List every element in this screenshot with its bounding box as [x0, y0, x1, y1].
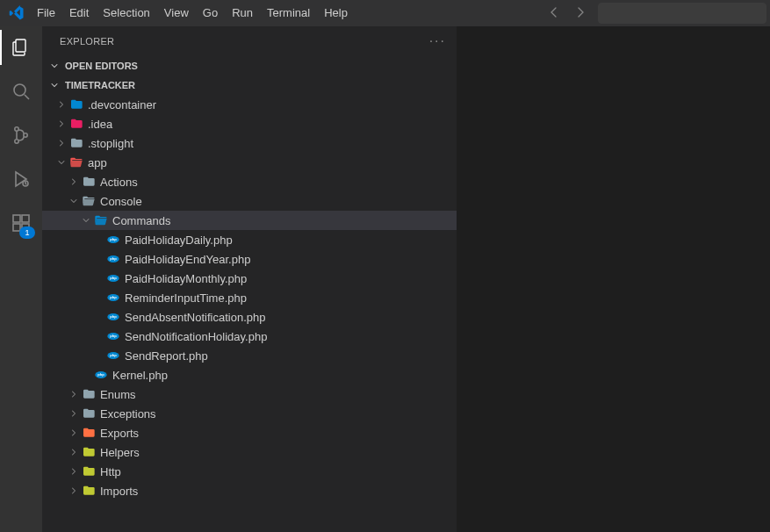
- tree-item-label: SendAbsentNotification.php: [125, 311, 265, 324]
- menu-item-file[interactable]: File: [30, 0, 62, 26]
- tree-item-label: Kernel.php: [112, 369, 168, 382]
- svg-text:php: php: [110, 256, 117, 261]
- chevron-down-icon[interactable]: [79, 213, 93, 227]
- menu-item-terminal[interactable]: Terminal: [260, 0, 317, 26]
- vscode-logo-icon: [4, 5, 30, 21]
- chevron-placeholder: [91, 291, 105, 305]
- menu-item-run[interactable]: Run: [225, 0, 260, 26]
- tree-item-label: Helpers: [100, 446, 140, 459]
- folder-icon: [68, 116, 84, 132]
- chevron-right-icon[interactable]: [54, 117, 68, 131]
- chevron-right-icon[interactable]: [54, 136, 68, 150]
- file-paidholidaymonthly-php[interactable]: phpPaidHolidayMonthly.php: [42, 269, 457, 288]
- tree-item-label: SendNotificationHoliday.php: [125, 330, 267, 343]
- folder--stoplight[interactable]: .stoplight: [42, 133, 457, 153]
- php-file-icon: php: [93, 367, 109, 383]
- folder-icon: [81, 406, 97, 421]
- command-center-search[interactable]: [598, 3, 766, 24]
- chevron-placeholder: [91, 349, 105, 363]
- folder-commands[interactable]: Commands: [42, 211, 457, 230]
- folder-icon: [81, 444, 97, 460]
- folder-console[interactable]: Console: [42, 191, 457, 211]
- tree-item-label: .devcontainer: [88, 98, 156, 111]
- file-reminderinputtime-php[interactable]: phpReminderInputTime.php: [42, 288, 457, 307]
- activity-search-icon[interactable]: [0, 77, 42, 105]
- folder-imports[interactable]: Imports: [42, 481, 457, 500]
- menu-item-edit[interactable]: Edit: [62, 0, 96, 26]
- file-sendreport-php[interactable]: phpSendReport.php: [42, 346, 457, 365]
- menu-item-help[interactable]: Help: [317, 0, 355, 26]
- folder-app[interactable]: app: [42, 153, 457, 172]
- svg-text:php: php: [110, 334, 117, 338]
- svg-text:php: php: [110, 314, 117, 319]
- nav-buttons: [547, 5, 587, 22]
- chevron-right-icon[interactable]: [67, 426, 81, 440]
- explorer-panel: EXPLORER ··· OPEN EDITORS TIMETRACKER .d…: [42, 26, 457, 532]
- tree-item-label: .idea: [88, 118, 112, 131]
- folder-icon: [81, 193, 97, 209]
- file-paidholidaydaily-php[interactable]: phpPaidHolidayDaily.php: [42, 230, 457, 249]
- tree-item-label: Exports: [100, 427, 139, 440]
- folder-actions[interactable]: Actions: [42, 172, 457, 191]
- tree-item-label: SendReport.php: [125, 349, 208, 363]
- svg-text:php: php: [110, 295, 117, 299]
- folder--idea[interactable]: .idea: [42, 114, 457, 133]
- php-file-icon: php: [105, 328, 121, 344]
- nav-forward-icon[interactable]: [573, 5, 587, 22]
- chevron-placeholder: [91, 233, 105, 247]
- tree-item-label: Commands: [112, 214, 170, 227]
- extensions-badge: 1: [19, 226, 35, 239]
- file-sendabsentnotification-php[interactable]: phpSendAbsentNotification.php: [42, 307, 457, 327]
- folder-icon: [81, 483, 97, 499]
- folder-helpers[interactable]: Helpers: [42, 442, 457, 462]
- chevron-right-icon[interactable]: [67, 175, 81, 189]
- tree-item-label: Console: [100, 195, 142, 208]
- chevron-right-icon[interactable]: [67, 387, 81, 401]
- project-label: TIMETRACKER: [65, 80, 135, 90]
- folder-http[interactable]: Http: [42, 462, 457, 481]
- chevron-down-icon[interactable]: [67, 194, 81, 208]
- chevron-right-icon[interactable]: [67, 484, 81, 498]
- tree-item-label: ReminderInputTime.php: [125, 291, 247, 305]
- folder-icon: [81, 386, 97, 402]
- menu-item-view[interactable]: View: [157, 0, 196, 26]
- project-section[interactable]: TIMETRACKER: [42, 75, 457, 95]
- menu-item-go[interactable]: Go: [196, 0, 225, 26]
- php-file-icon: php: [105, 251, 121, 267]
- svg-point-4: [15, 140, 18, 143]
- svg-text:php: php: [110, 276, 117, 280]
- activity-extensions-icon[interactable]: 1: [0, 209, 42, 237]
- file-paidholidayendyear-php[interactable]: phpPaidHolidayEndYear.php: [42, 249, 457, 269]
- explorer-more-icon[interactable]: ···: [429, 33, 446, 49]
- chevron-placeholder: [91, 329, 105, 343]
- editor-area: [457, 26, 770, 532]
- file-kernel-php[interactable]: phpKernel.php: [42, 365, 457, 385]
- svg-rect-0: [16, 40, 25, 52]
- php-file-icon: php: [105, 290, 121, 306]
- file-tree: .devcontainer.idea.stoplightappActionsCo…: [42, 95, 457, 532]
- chevron-placeholder: [91, 310, 105, 324]
- chevron-right-icon[interactable]: [67, 406, 81, 421]
- nav-back-icon[interactable]: [547, 5, 561, 22]
- menu-item-selection[interactable]: Selection: [96, 0, 156, 26]
- folder-exceptions[interactable]: Exceptions: [42, 404, 457, 423]
- chevron-right-icon[interactable]: [54, 97, 68, 111]
- tree-item-label: Imports: [100, 485, 138, 498]
- folder-icon: [81, 425, 97, 441]
- chevron-right-icon[interactable]: [67, 464, 81, 478]
- file-sendnotificationholiday-php[interactable]: phpSendNotificationHoliday.php: [42, 327, 457, 346]
- folder--devcontainer[interactable]: .devcontainer: [42, 95, 457, 114]
- folder-enums[interactable]: Enums: [42, 385, 457, 404]
- folder-icon: [68, 135, 84, 151]
- svg-text:php: php: [110, 353, 117, 357]
- chevron-right-icon[interactable]: [67, 445, 81, 459]
- tree-item-label: PaidHolidayMonthly.php: [125, 272, 247, 285]
- activity-explorer-icon[interactable]: [0, 33, 42, 61]
- chevron-down-icon[interactable]: [54, 155, 68, 169]
- php-file-icon: php: [105, 270, 121, 286]
- folder-exports[interactable]: Exports: [42, 423, 457, 442]
- open-editors-section[interactable]: OPEN EDITORS: [42, 56, 457, 75]
- activity-run-debug-icon[interactable]: [0, 165, 42, 193]
- php-file-icon: php: [105, 232, 121, 248]
- activity-source-control-icon[interactable]: [0, 121, 42, 149]
